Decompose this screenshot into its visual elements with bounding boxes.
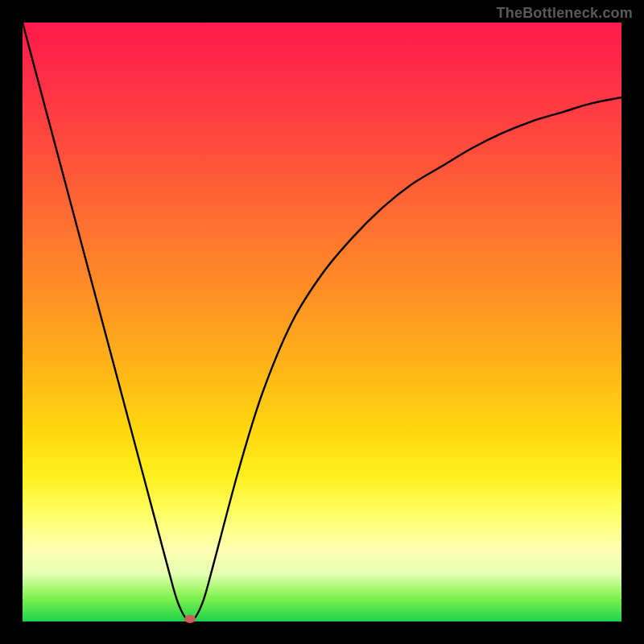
minimum-point-marker: [184, 615, 196, 623]
watermark-text: TheBottleneck.com: [497, 5, 633, 22]
bottleneck-curve: [23, 23, 621, 621]
plot-area: [23, 23, 621, 621]
chart-frame: TheBottleneck.com: [0, 0, 644, 644]
